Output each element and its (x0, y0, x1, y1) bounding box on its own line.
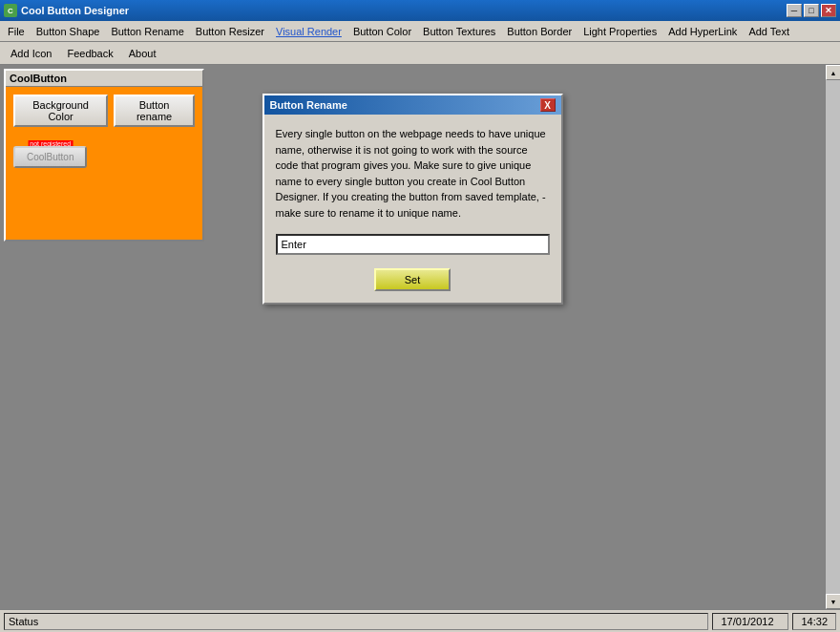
menu-visual-render[interactable]: Visual Render (270, 24, 347, 39)
scroll-down-button[interactable]: ▼ (826, 594, 840, 609)
button-name-input[interactable] (276, 234, 550, 255)
app-icon: C (4, 4, 17, 17)
status-date: 17/01/2012 (712, 613, 788, 630)
window-controls: ─ □ ✕ (787, 4, 836, 17)
dialog-button-row: Set (276, 268, 550, 291)
dialog-set-button[interactable]: Set (374, 268, 452, 291)
toolbar: Add Icon Feedback About (0, 42, 840, 65)
dialog-overlay: Button Rename X Every single button on t… (0, 65, 825, 609)
title-bar: C Cool Button Designer ─ □ ✕ (0, 0, 840, 21)
dialog-close-button[interactable]: X (540, 98, 556, 112)
close-button[interactable]: ✕ (821, 4, 836, 17)
canvas-panel: CoolButton Background Color Button renam… (0, 65, 825, 609)
menu-light-properties[interactable]: Light Properties (578, 24, 662, 39)
maximize-button[interactable]: □ (804, 4, 819, 17)
status-time: 14:32 (792, 613, 836, 630)
app-title: Cool Button Designer (21, 5, 129, 16)
menu-add-text[interactable]: Add Text (743, 24, 795, 39)
menu-add-hyperlink[interactable]: Add HyperLink (662, 24, 743, 39)
menu-button-textures[interactable]: Button Textures (417, 24, 501, 39)
button-rename-dialog: Button Rename X Every single button on t… (262, 94, 563, 305)
main-area: CoolButton Background Color Button renam… (0, 65, 840, 609)
minimize-button[interactable]: ─ (787, 4, 802, 17)
vertical-scrollbar[interactable]: ▲ ▼ (825, 65, 840, 609)
menu-button-color[interactable]: Button Color (347, 24, 417, 39)
dialog-title-bar: Button Rename X (264, 95, 561, 115)
status-bar: Status 17/01/2012 14:32 (0, 609, 840, 632)
menu-bar: File Button Shape Button Rename Button R… (0, 21, 840, 42)
status-text: Status (4, 613, 708, 630)
toolbar-add-icon[interactable]: Add Icon (4, 45, 58, 62)
menu-button-shape[interactable]: Button Shape (31, 24, 106, 39)
dialog-message: Every single button on the webpage needs… (276, 126, 550, 221)
scroll-up-button[interactable]: ▲ (826, 65, 840, 80)
menu-button-resizer[interactable]: Button Resizer (190, 24, 270, 39)
dialog-body: Every single button on the webpage needs… (264, 115, 561, 303)
menu-file[interactable]: File (2, 24, 31, 39)
scroll-track[interactable] (826, 80, 840, 594)
menu-button-border[interactable]: Button Border (501, 24, 578, 39)
toolbar-feedback[interactable]: Feedback (60, 45, 119, 62)
menu-button-rename[interactable]: Button Rename (105, 24, 189, 39)
dialog-title: Button Rename (270, 99, 347, 111)
toolbar-about[interactable]: About (122, 45, 163, 62)
